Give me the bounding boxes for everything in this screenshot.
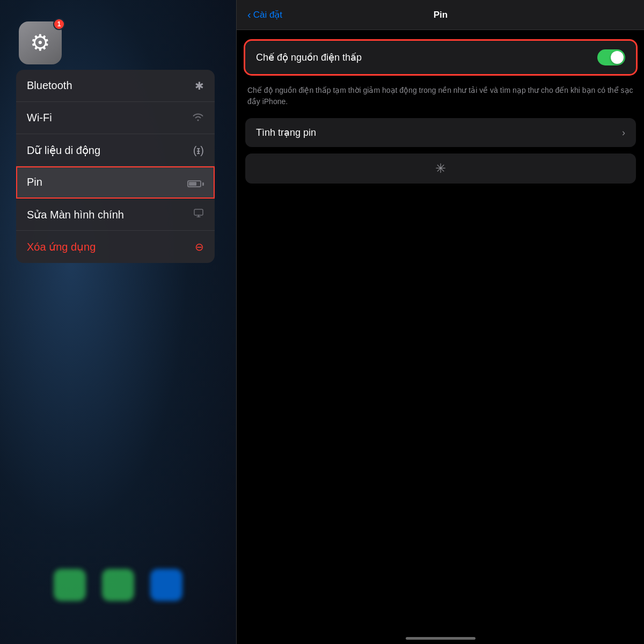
home-indicator: [406, 637, 475, 640]
settings-icon-body: ⚙ 1: [19, 21, 62, 64]
chevron-left-icon: ‹: [247, 9, 251, 21]
gear-icon: ⚙: [30, 32, 50, 54]
dock-phone-icon: [54, 569, 86, 601]
dock-messages-icon: [102, 569, 134, 601]
wifi-icon: [192, 112, 204, 124]
back-label: Cài đặt: [253, 9, 282, 20]
page-title: Pin: [434, 10, 448, 20]
battery-icon: [187, 176, 204, 188]
menu-item-delete-app[interactable]: Xóa ứng dụng ⊖: [16, 231, 215, 263]
spinner-icon: ✳: [435, 161, 446, 176]
right-panel: ‹ Cài đặt Pin Chế độ nguồn điện thấp Chế…: [237, 0, 644, 644]
delete-app-label: Xóa ứng dụng: [27, 240, 96, 253]
battery-status-label: Tình trạng pin: [256, 127, 316, 138]
low-power-mode-row[interactable]: Chế độ nguồn điện thấp: [245, 41, 636, 74]
chevron-right-icon: ›: [622, 127, 625, 138]
battery-status-row[interactable]: Tình trạng pin ›: [245, 118, 636, 147]
low-power-toggle[interactable]: [597, 49, 625, 65]
bluetooth-icon: ✱: [195, 79, 204, 92]
menu-item-bluetooth[interactable]: Bluetooth ✱: [16, 70, 215, 102]
menu-item-mobile-data[interactable]: Dữ liệu di động (ᵻ): [16, 134, 215, 166]
screen-icon: [193, 208, 204, 221]
loading-row: ✳: [245, 153, 636, 184]
left-panel: ⚙ 1 Bluetooth ✱ Wi-Fi Dữ liệu d: [0, 0, 236, 644]
dock: [54, 569, 182, 601]
wifi-label: Wi-Fi: [27, 112, 52, 124]
settings-app-icon[interactable]: ⚙ 1: [19, 21, 62, 64]
low-power-description: Chế độ nguồn điện thấp tạm thời giảm hoạ…: [245, 80, 636, 118]
nav-bar: ‹ Cài đặt Pin: [237, 0, 644, 30]
context-menu: Bluetooth ✱ Wi-Fi Dữ liệu di động (ᵻ) Pi…: [16, 70, 215, 263]
toggle-knob: [611, 51, 624, 64]
menu-item-battery[interactable]: Pin: [16, 166, 215, 199]
svg-rect-0: [194, 209, 203, 215]
bluetooth-label: Bluetooth: [27, 79, 72, 92]
back-button[interactable]: ‹ Cài đặt: [247, 9, 282, 21]
battery-label: Pin: [27, 176, 42, 188]
mobile-data-label: Dữ liệu di động: [27, 144, 100, 157]
signal-icon: (ᵻ): [193, 144, 204, 157]
notification-badge: 1: [53, 18, 65, 30]
dock-safari-icon: [150, 569, 182, 601]
low-power-mode-label: Chế độ nguồn điện thấp: [256, 52, 362, 63]
minus-circle-icon: ⊖: [195, 240, 204, 253]
fix-screen-label: Sửa Màn hình chính: [27, 208, 124, 221]
menu-item-wifi[interactable]: Wi-Fi: [16, 102, 215, 134]
content-area: Chế độ nguồn điện thấp Chế độ nguồn điện…: [237, 30, 644, 644]
menu-item-fix-screen[interactable]: Sửa Màn hình chính: [16, 199, 215, 231]
